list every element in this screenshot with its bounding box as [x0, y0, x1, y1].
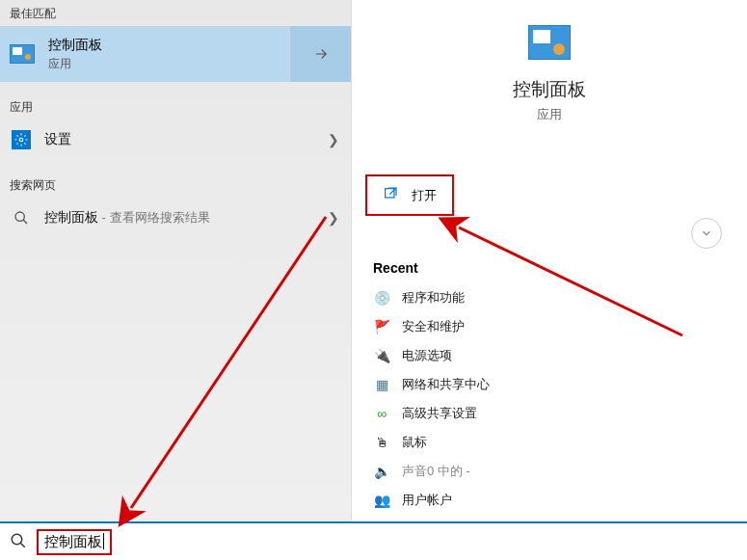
- recent-sharing[interactable]: ∞ 高级共享设置: [369, 399, 737, 428]
- web-secondary: - 查看网络搜索结果: [98, 210, 210, 225]
- open-action[interactable]: 打开: [365, 174, 454, 216]
- recent-network[interactable]: ▦ 网络和共享中心: [369, 370, 737, 399]
- expand-button[interactable]: [691, 218, 722, 249]
- recent-programs[interactable]: 💿 程序和功能: [369, 283, 737, 312]
- chevron-down-icon: [700, 227, 713, 240]
- svg-point-3: [12, 534, 22, 545]
- detail-panel: 控制面板 应用 打开 Recent 💿 程序和功能 🚩 安全和维护 🔌: [352, 0, 747, 521]
- caret-icon: [103, 533, 104, 549]
- recent-mouse[interactable]: 🖱 鼠标: [369, 428, 737, 457]
- control-panel-icon: [10, 44, 35, 64]
- section-web: 搜索网页: [0, 172, 351, 198]
- users-icon: 👥: [373, 492, 390, 509]
- mouse-icon: 🖱: [373, 434, 390, 451]
- web-label: 控制面板: [44, 209, 98, 225]
- search-input[interactable]: 控制面板: [37, 529, 112, 555]
- result-settings[interactable]: 设置 ❯: [0, 120, 351, 160]
- recent-header: Recent: [352, 260, 440, 276]
- network-icon: ▦: [373, 376, 390, 393]
- arrow-right-icon: [312, 45, 330, 63]
- svg-point-0: [19, 138, 23, 142]
- expand-result-button[interactable]: [289, 26, 351, 82]
- best-match-title: 控制面板: [48, 37, 102, 54]
- control-panel-icon: [528, 25, 571, 60]
- svg-point-1: [15, 212, 24, 221]
- best-match-result[interactable]: 控制面板 应用: [0, 26, 351, 82]
- recent-list: 💿 程序和功能 🚩 安全和维护 🔌 电源选项 ▦ 网络和共享中心 ∞ 高级共享设…: [369, 283, 737, 515]
- speaker-icon: 🔈: [373, 463, 390, 480]
- recent-power[interactable]: 🔌 电源选项: [369, 341, 737, 370]
- result-label: 设置: [44, 131, 328, 148]
- flag-icon: 🚩: [373, 318, 390, 335]
- best-match-sub: 应用: [48, 56, 102, 72]
- detail-sub: 应用: [352, 106, 747, 123]
- svg-rect-2: [386, 189, 394, 198]
- section-apps: 应用: [0, 93, 351, 120]
- search-results-panel: 最佳匹配 控制面板 应用 应用 设置 ❯ 搜索网页 控制面板: [0, 0, 352, 521]
- detail-title: 控制面板: [352, 77, 747, 102]
- result-web-search[interactable]: 控制面板 - 查看网络搜索结果 ❯: [0, 198, 351, 238]
- search-bar: 控制面板: [0, 521, 747, 560]
- search-icon: [10, 532, 27, 552]
- open-label: 打开: [412, 187, 437, 204]
- chevron-right-icon: ❯: [328, 210, 339, 226]
- chevron-right-icon: ❯: [328, 132, 339, 147]
- recent-sound[interactable]: 🔈 声音0 中的 -: [369, 457, 737, 486]
- power-icon: 🔌: [373, 347, 390, 364]
- recent-users[interactable]: 👥 用户帐户: [369, 486, 737, 515]
- gear-icon: [12, 130, 31, 149]
- recent-security[interactable]: 🚩 安全和维护: [369, 312, 737, 341]
- section-best-match: 最佳匹配: [0, 0, 351, 26]
- programs-icon: 💿: [373, 289, 390, 307]
- share-icon: ∞: [373, 405, 390, 422]
- search-icon: [12, 208, 31, 227]
- open-icon: [383, 186, 398, 204]
